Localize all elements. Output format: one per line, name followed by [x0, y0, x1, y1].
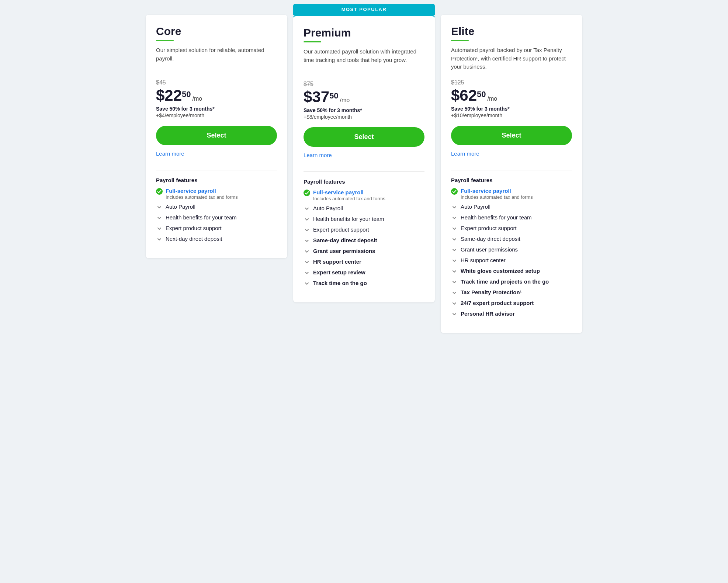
per-employee-core: +$4/employee/month: [156, 112, 277, 118]
chevron-icon: [304, 280, 310, 287]
current-price-row-elite: $62 50 /mo: [451, 87, 572, 104]
feature-text-wrapper: Auto Payroll: [461, 204, 490, 210]
feature-text: Auto Payroll: [166, 204, 195, 210]
feature-text: Grant user permissions: [461, 246, 518, 253]
price-cents-elite: 50: [477, 90, 486, 99]
feature-bold: Same-day direct deposit: [313, 237, 377, 243]
chevron-icon: [451, 289, 458, 296]
section-divider-premium: [304, 171, 424, 172]
price-dollar-premium: $37: [304, 88, 329, 106]
current-price-row-core: $22 50 /mo: [156, 87, 277, 104]
learn-more-link-premium[interactable]: Learn more: [304, 152, 332, 158]
feature-item-elite-6: HR support center: [451, 257, 572, 264]
feature-text-wrapper: Expert product support: [166, 225, 222, 231]
feature-bold: Track time on the go: [313, 280, 367, 286]
chevron-icon: [304, 259, 310, 266]
price-cents-premium: 50: [329, 91, 338, 101]
feature-item-core-3: Expert product support: [156, 225, 277, 232]
feature-text-wrapper: Health benefits for your team: [313, 216, 384, 222]
price-dollar-core: $22: [156, 87, 182, 104]
feature-text-wrapper: Grant user permissions: [461, 246, 518, 253]
feature-item-elite-0: Full-service payroll Includes automated …: [451, 188, 572, 200]
feature-bold: Expert setup review: [313, 269, 365, 275]
feature-text-wrapper: Same-day direct deposit: [461, 236, 520, 242]
feature-item-elite-9: Tax Penalty Protection¹: [451, 289, 572, 296]
feature-text: Expert product support: [461, 225, 517, 231]
feature-text-wrapper: Full-service payroll Includes automated …: [166, 188, 238, 200]
svg-point-2: [451, 188, 458, 195]
feature-text: Auto Payroll: [313, 205, 343, 211]
price-cents-core: 50: [182, 90, 191, 99]
feature-item-elite-10: 24/7 expert product support: [451, 300, 572, 307]
pricing-container: CoreOur simplest solution for reliable, …: [143, 15, 585, 333]
plan-description-premium: Our automated payroll solution with inte…: [304, 48, 424, 74]
feature-item-premium-2: Health benefits for your team: [304, 216, 424, 223]
feature-highlighted: Full-service payroll: [166, 188, 216, 194]
plan-divider-elite: [451, 40, 469, 41]
save-text-core: Save 50% for 3 months*: [156, 106, 277, 112]
feature-item-premium-0: Full-service payroll Includes automated …: [304, 189, 424, 201]
learn-more-link-core[interactable]: Learn more: [156, 150, 184, 157]
feature-text: Health benefits for your team: [313, 216, 384, 222]
feature-item-core-0: Full-service payroll Includes automated …: [156, 188, 277, 200]
original-price-premium: $75: [304, 81, 424, 87]
chevron-icon: [451, 279, 458, 285]
section-divider-elite: [451, 170, 572, 170]
chevron-icon: [451, 236, 458, 243]
feature-text-wrapper: Expert product support: [461, 225, 517, 231]
feature-sub: Includes automated tax and forms: [166, 194, 238, 200]
check-icon: [156, 188, 163, 195]
feature-item-premium-4: Same-day direct deposit: [304, 237, 424, 244]
feature-item-premium-5: Grant user permissions: [304, 248, 424, 255]
feature-item-elite-8: Track time and projects on the go: [451, 278, 572, 285]
feature-text-wrapper: Track time on the go: [313, 280, 367, 286]
feature-text-wrapper: Same-day direct deposit: [313, 237, 377, 243]
feature-item-premium-3: Expert product support: [304, 226, 424, 233]
price-mo-premium: /mo: [340, 97, 350, 104]
feature-text-wrapper: HR support center: [461, 257, 506, 263]
feature-text-wrapper: Tax Penalty Protection¹: [461, 289, 522, 295]
feature-text-wrapper: Grant user permissions: [313, 248, 375, 254]
select-button-elite[interactable]: Select: [451, 126, 572, 145]
svg-point-1: [304, 190, 310, 196]
feature-highlighted: Full-service payroll: [461, 188, 511, 194]
feature-item-core-1: Auto Payroll: [156, 204, 277, 211]
feature-bold: White glove customized setup: [461, 268, 540, 274]
chevron-icon: [304, 216, 310, 223]
feature-bold: Personal HR advisor: [461, 310, 515, 317]
feature-text-wrapper: Health benefits for your team: [166, 214, 237, 221]
plan-name-core: Core: [156, 25, 277, 38]
section-divider-core: [156, 170, 277, 170]
feature-text: Auto Payroll: [461, 204, 490, 210]
feature-item-elite-4: Same-day direct deposit: [451, 236, 572, 243]
feature-item-core-4: Next-day direct deposit: [156, 236, 277, 243]
feature-text: Health benefits for your team: [166, 214, 237, 221]
feature-item-elite-7: White glove customized setup: [451, 268, 572, 275]
original-price-core: $45: [156, 79, 277, 86]
feature-text: Health benefits for your team: [461, 214, 532, 221]
feature-item-core-2: Health benefits for your team: [156, 214, 277, 221]
feature-text-wrapper: Expert setup review: [313, 269, 365, 275]
chevron-icon: [451, 257, 458, 264]
features-label-premium: Payroll features: [304, 178, 424, 185]
save-text-elite: Save 50% for 3 months*: [451, 106, 572, 112]
features-label-elite: Payroll features: [451, 177, 572, 183]
chevron-icon: [156, 236, 163, 243]
feature-text-wrapper: HR support center: [313, 258, 361, 265]
price-dollar-elite: $62: [451, 87, 477, 104]
learn-more-link-elite[interactable]: Learn more: [451, 150, 479, 157]
chevron-icon: [304, 227, 310, 233]
feature-text-wrapper: Full-service payroll Includes automated …: [461, 188, 533, 200]
chevron-icon: [451, 247, 458, 253]
select-button-core[interactable]: Select: [156, 126, 277, 145]
feature-item-premium-6: HR support center: [304, 258, 424, 266]
plan-card-core: CoreOur simplest solution for reliable, …: [146, 15, 287, 258]
select-button-premium[interactable]: Select: [304, 127, 424, 147]
feature-text-wrapper: Track time and projects on the go: [461, 278, 549, 285]
chevron-icon: [451, 300, 458, 307]
check-icon: [304, 190, 310, 196]
per-employee-premium: +$8/employee/month: [304, 114, 424, 120]
plan-divider-core: [156, 40, 174, 41]
plan-description-core: Our simplest solution for reliable, auto…: [156, 46, 277, 73]
feature-text-wrapper: Health benefits for your team: [461, 214, 532, 221]
